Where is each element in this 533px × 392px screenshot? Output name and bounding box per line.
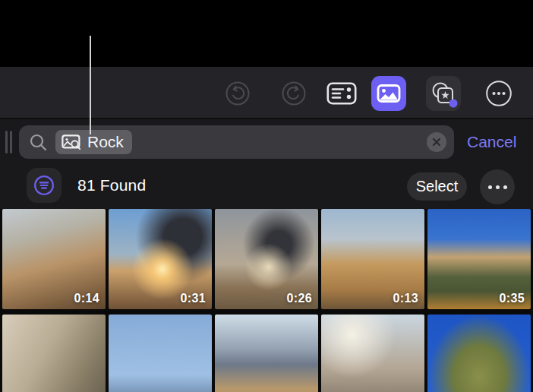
filter-button[interactable] [27,168,62,203]
media-browser-screen: Rock Cancel [0,0,533,392]
photo-icon [371,76,406,111]
more-icon [485,80,512,107]
callout-line [90,36,91,134]
select-button[interactable]: Select [407,172,467,201]
video-thumbnail[interactable]: 0:35 [427,209,531,309]
effects-icon [426,76,461,111]
image-search-icon [62,134,82,150]
video-thumbnail[interactable]: 0:31 [109,209,212,309]
duration-badge: 0:13 [393,292,418,305]
redo-icon [281,81,307,106]
more-button[interactable] [485,80,512,107]
duration-badge: 0:31 [180,292,206,305]
video-thumbnail[interactable]: 0:26 [215,209,318,309]
thumbnail-grid: 0:14 0:31 0:26 0:13 0:35 [0,209,533,392]
drag-handle[interactable] [5,131,14,153]
results-count: 81 Found [77,176,146,194]
clip-settings-icon [326,82,357,105]
ellipsis-icon [488,185,492,189]
clip-settings-button[interactable] [326,82,357,105]
clear-x-icon [427,132,446,152]
magnifier-icon [28,132,49,153]
results-more-button[interactable] [480,169,515,204]
toolbar [0,67,533,119]
video-thumbnail[interactable]: 0:14 [2,209,106,309]
search-panel: Rock Cancel [0,119,533,209]
undo-button[interactable] [225,81,251,106]
video-thumbnail[interactable]: 0:13 [321,209,424,309]
duration-badge: 0:26 [286,292,312,305]
filter-icon [33,174,55,197]
video-thumbnail[interactable] [109,315,212,392]
search-field[interactable]: Rock [19,125,454,159]
search-token-label: Rock [87,133,124,151]
duration-badge: 0:35 [499,292,525,305]
redo-button[interactable] [281,81,307,106]
effects-button[interactable] [426,76,461,111]
cancel-button[interactable]: Cancel [464,127,519,157]
video-thumbnail[interactable] [321,315,424,392]
clear-search-button[interactable] [427,132,446,152]
video-thumbnail[interactable] [427,315,531,392]
video-thumbnail[interactable] [215,315,318,392]
search-token-rock[interactable]: Rock [55,130,132,154]
media-browser-button[interactable] [371,76,406,111]
undo-icon [225,81,251,106]
video-thumbnail[interactable] [2,315,106,392]
duration-badge: 0:14 [74,292,99,305]
